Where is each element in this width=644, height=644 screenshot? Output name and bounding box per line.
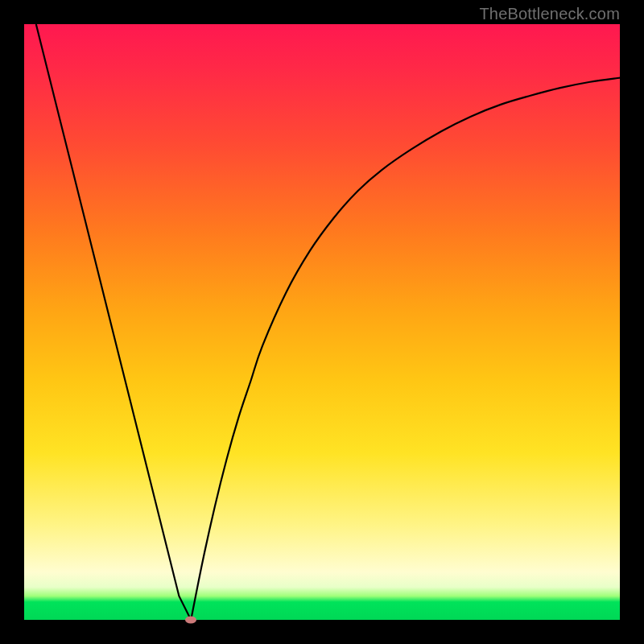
optimum-marker — [185, 617, 196, 624]
chart-frame: TheBottleneck.com — [0, 0, 644, 644]
bottleneck-curve — [24, 24, 620, 620]
plot-area — [24, 24, 620, 620]
attribution-text: TheBottleneck.com — [479, 5, 620, 23]
